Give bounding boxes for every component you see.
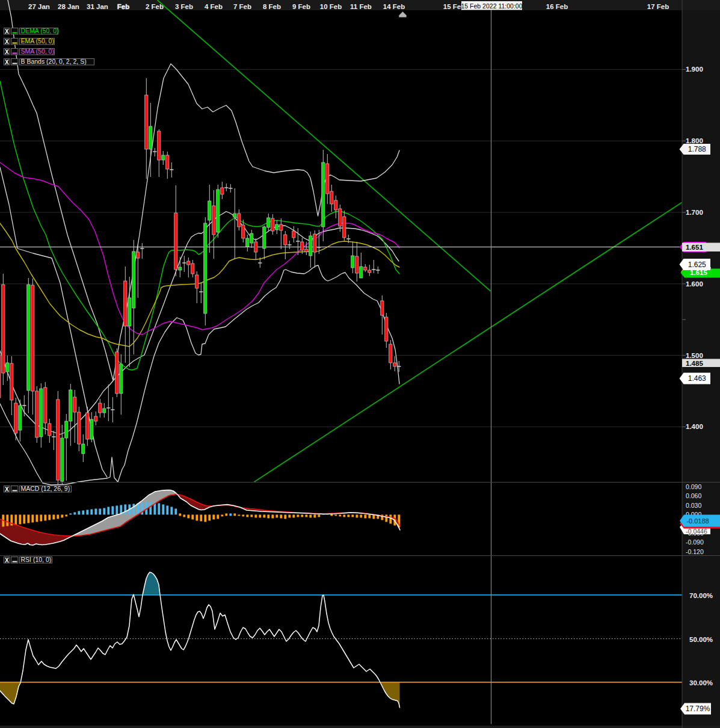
svg-text:X: X (5, 557, 9, 564)
svg-text:-0.090: -0.090 (686, 538, 704, 546)
svg-text:X: X (5, 59, 9, 66)
svg-text:30.00%: 30.00% (689, 679, 713, 686)
svg-text:8 Feb: 8 Feb (263, 3, 281, 10)
svg-text:EMA (50, 0): EMA (50, 0) (21, 37, 54, 45)
svg-text:DEMA (50, 0): DEMA (50, 0) (21, 27, 59, 34)
svg-text:0.030: 0.030 (686, 502, 701, 509)
svg-text:16 Feb: 16 Feb (546, 3, 568, 10)
svg-text:50.00%: 50.00% (689, 636, 713, 643)
svg-text:1.625: 1.625 (688, 261, 706, 269)
svg-text:-0.0188: -0.0188 (686, 517, 709, 525)
svg-text:SMA (50, 0): SMA (50, 0) (21, 48, 54, 55)
svg-text:70.00%: 70.00% (689, 592, 713, 599)
svg-text:17 Feb: 17 Feb (647, 3, 669, 10)
svg-text:1.485: 1.485 (686, 360, 703, 367)
svg-text:2 Feb: 2 Feb (146, 3, 164, 10)
svg-text:3 Feb: 3 Feb (175, 3, 193, 10)
svg-text:1.651: 1.651 (686, 244, 703, 251)
svg-text:15 Feb 2022 11:00:00: 15 Feb 2022 11:00:00 (461, 2, 523, 10)
svg-text:B Bands (20, 0, 2, 2, S): B Bands (20, 0, 2, 2, S) (21, 58, 87, 65)
svg-text:4 Feb: 4 Feb (205, 3, 223, 10)
svg-text:1.463: 1.463 (688, 374, 706, 383)
svg-text:14 Feb: 14 Feb (383, 3, 405, 10)
svg-text:17.79%: 17.79% (686, 705, 710, 713)
svg-text:1.500: 1.500 (686, 352, 703, 359)
svg-text:1.800: 1.800 (686, 137, 703, 144)
svg-text:Feb: Feb (117, 3, 129, 10)
svg-text:X: X (5, 28, 9, 35)
svg-text:1.900: 1.900 (686, 66, 703, 73)
svg-text:7 Feb: 7 Feb (233, 3, 251, 10)
svg-text:11 Feb: 11 Feb (350, 3, 372, 10)
svg-text:1.600: 1.600 (686, 280, 703, 288)
svg-text:0.060: 0.060 (686, 492, 701, 499)
svg-text:10 Feb: 10 Feb (320, 3, 342, 10)
svg-text:MACD (12, 26, 9): MACD (12, 26, 9) (21, 485, 70, 492)
svg-text:X: X (5, 486, 9, 493)
svg-text:RSI (10, 0): RSI (10, 0) (21, 556, 52, 563)
svg-text:-0.0446: -0.0446 (686, 528, 707, 535)
svg-text:0.090: 0.090 (686, 483, 701, 490)
svg-text:28 Jan: 28 Jan (58, 3, 79, 10)
svg-text:27 Jan: 27 Jan (28, 3, 50, 10)
svg-text:X: X (5, 39, 9, 45)
svg-text:X: X (5, 49, 9, 55)
svg-text:9 Feb: 9 Feb (292, 3, 310, 10)
svg-text:1.400: 1.400 (686, 423, 703, 430)
svg-text:1.700: 1.700 (686, 209, 703, 216)
svg-text:1.788: 1.788 (688, 145, 706, 153)
svg-text:31 Jan: 31 Jan (87, 3, 108, 10)
svg-text:-0.120: -0.120 (686, 548, 704, 555)
